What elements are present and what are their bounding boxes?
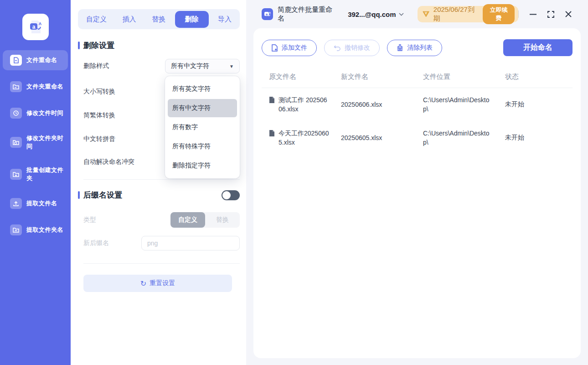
sidebar-item-create-folders[interactable]: 批量创建文件夹	[3, 162, 68, 187]
table-row[interactable]: 今天工作20250605.xlsx 20250605.xlsx C:\Users…	[262, 121, 573, 155]
add-file-icon	[271, 44, 278, 52]
new-name-text: 20250606.xlsx	[341, 101, 423, 108]
clear-list-label: 清除列表	[407, 44, 433, 52]
delete-style-dropdown: 所有英文字符 所有中文字符 所有数字 所有特殊字符 删除指定字符	[165, 76, 240, 178]
file-list-card: 添加文件 撤销修改 清除列表 开始命名 原文件名 新文件名 文件位置 状态	[253, 28, 581, 358]
new-suffix-label: 新后缀名	[83, 239, 109, 247]
sidebar-item-file-rename[interactable]: 文件重命名	[3, 50, 68, 70]
undo-icon	[334, 45, 341, 51]
file-table: 原文件名 新文件名 文件位置 状态 测试工作 20250606.xlsx 202…	[253, 66, 581, 154]
delete-style-select[interactable]: 所有中文字符 ▼	[165, 59, 240, 73]
sidebar-item-label: 提取文件名	[26, 199, 57, 208]
account-email: 392...@qq.com	[348, 10, 396, 18]
renew-button[interactable]: 立即续费	[483, 4, 515, 24]
sidebar-item-extract-filename[interactable]: 提取文件名	[3, 193, 68, 214]
folder-time-icon	[10, 137, 22, 148]
suffix-toggle[interactable]	[222, 190, 240, 200]
sidebar: a A 文件重命名 文件夹重命名 修改文件时间	[0, 0, 71, 365]
select-caret-icon: ▼	[229, 64, 234, 69]
license-expiry-date: 2025/06/27到期	[433, 5, 479, 23]
file-time-icon	[10, 108, 22, 119]
dropdown-option-digits[interactable]: 所有数字	[168, 118, 237, 136]
add-files-button[interactable]: 添加文件	[262, 40, 317, 56]
svg-text:A: A	[269, 11, 271, 14]
reset-settings-button[interactable]: ↻ 重置设置	[83, 275, 232, 292]
original-name-cell: 测试工作 20250606.xlsx	[269, 95, 341, 114]
dropdown-option-specified[interactable]: 删除指定字符	[168, 156, 237, 175]
close-icon[interactable]	[565, 11, 572, 17]
suffix-settings-title-text: 后缀名设置	[83, 190, 122, 200]
sidebar-nav: 文件重命名 文件夹重命名 修改文件时间 修改文件夹时间 批量创建文件夹	[0, 50, 71, 240]
tab-replace[interactable]: 替换	[145, 11, 172, 28]
segment-custom[interactable]: 自定义	[170, 212, 205, 228]
sidebar-item-label: 修改文件夹时间	[26, 134, 64, 151]
svg-text:a: a	[32, 24, 35, 30]
location-text: C:\Users\Admin\Desktop\	[423, 95, 492, 114]
col-location: 文件位置	[423, 73, 505, 81]
original-name-text: 测试工作 20250606.xlsx	[279, 95, 330, 114]
original-name-text: 今天工作20250605.xlsx	[279, 129, 330, 147]
new-suffix-input[interactable]	[141, 236, 240, 250]
col-new-name: 新文件名	[341, 73, 423, 81]
svg-text:A: A	[38, 21, 41, 26]
suffix-type-row: 类型 自定义 替换	[78, 212, 240, 228]
dropdown-option-special[interactable]: 所有特殊字符	[168, 137, 237, 156]
original-name-cell: 今天工作20250605.xlsx	[269, 129, 341, 147]
tab-import[interactable]: 导入	[211, 11, 238, 28]
new-suffix-row: 新后缀名	[78, 236, 240, 250]
minimize-icon[interactable]	[530, 14, 536, 15]
tab-custom[interactable]: 自定义	[80, 11, 113, 28]
sidebar-item-file-time[interactable]: 修改文件时间	[3, 103, 68, 123]
col-original-name: 原文件名	[269, 73, 341, 81]
delete-settings-title-text: 删除设置	[83, 40, 114, 51]
status-text: 未开始	[505, 100, 573, 109]
tab-insert[interactable]: 插入	[116, 11, 143, 28]
folder-rename-icon	[10, 81, 22, 92]
col-status: 状态	[505, 73, 573, 81]
table-header: 原文件名 新文件名 文件位置 状态	[262, 66, 573, 88]
clear-list-button[interactable]: 清除列表	[387, 40, 442, 56]
dropdown-option-english[interactable]: 所有英文字符	[168, 80, 237, 98]
tab-delete[interactable]: 删除	[175, 11, 209, 28]
sidebar-item-label: 修改文件时间	[26, 109, 63, 117]
sidebar-item-folder-rename[interactable]: 文件夹重命名	[3, 77, 68, 97]
add-files-label: 添加文件	[282, 44, 307, 52]
window-controls	[518, 10, 572, 18]
section-accent-bar	[78, 191, 80, 199]
delete-style-label: 删除样式	[83, 62, 109, 70]
undo-label: 撤销修改	[345, 44, 370, 52]
window-controls-divider	[518, 10, 519, 18]
clear-list-icon	[397, 44, 403, 52]
toggle-knob	[222, 191, 231, 199]
rename-logo-icon: a A	[27, 19, 44, 35]
sidebar-item-extract-foldername[interactable]: 提取文件夹名	[3, 220, 68, 240]
dropdown-option-chinese[interactable]: 所有中文字符	[168, 99, 237, 117]
create-folders-icon	[10, 169, 22, 180]
conflict-label: 自动解决命名冲突	[83, 158, 134, 166]
app-window-icon: aA	[262, 8, 273, 20]
maximize-icon[interactable]	[547, 11, 554, 18]
file-toolbar: 添加文件 撤销修改 清除列表 开始命名	[253, 28, 581, 66]
case-convert-label: 大小写转换	[83, 88, 115, 96]
account-menu[interactable]: 392...@qq.com	[348, 10, 404, 18]
bottom-divider	[83, 263, 240, 264]
status-text: 未开始	[505, 134, 573, 142]
section-divider	[83, 179, 240, 180]
app-logo: a A	[22, 14, 49, 40]
suffix-type-label: 类型	[83, 216, 96, 224]
sidebar-item-folder-time[interactable]: 修改文件夹时间	[3, 130, 68, 155]
title-bar: aA 简鹿文件批量重命名 392...@qq.com V 2025/06/27到…	[246, 0, 588, 28]
segment-replace[interactable]: 替换	[205, 212, 240, 228]
main-area: aA 简鹿文件批量重命名 392...@qq.com V 2025/06/27到…	[246, 0, 588, 365]
table-row[interactable]: 测试工作 20250606.xlsx 20250606.xlsx C:\User…	[262, 88, 573, 121]
app-title: 简鹿文件批量重命名	[278, 5, 337, 23]
settings-panel: 自定义 插入 替换 删除 导入 删除设置 删除样式 所有中文字符 ▼ 所有英文字…	[71, 0, 246, 365]
extract-filename-icon	[10, 198, 22, 209]
vip-icon: V	[422, 10, 430, 18]
delete-style-select-wrap: 所有中文字符 ▼ 所有英文字符 所有中文字符 所有数字 所有特殊字符 删除指定字…	[165, 59, 240, 73]
start-rename-button[interactable]: 开始命名	[503, 39, 573, 56]
file-icon	[269, 96, 275, 104]
undo-button[interactable]: 撤销修改	[324, 40, 380, 56]
mode-tabbar: 自定义 插入 替换 删除 导入	[78, 9, 240, 29]
delete-style-selected-value: 所有中文字符	[171, 62, 209, 70]
